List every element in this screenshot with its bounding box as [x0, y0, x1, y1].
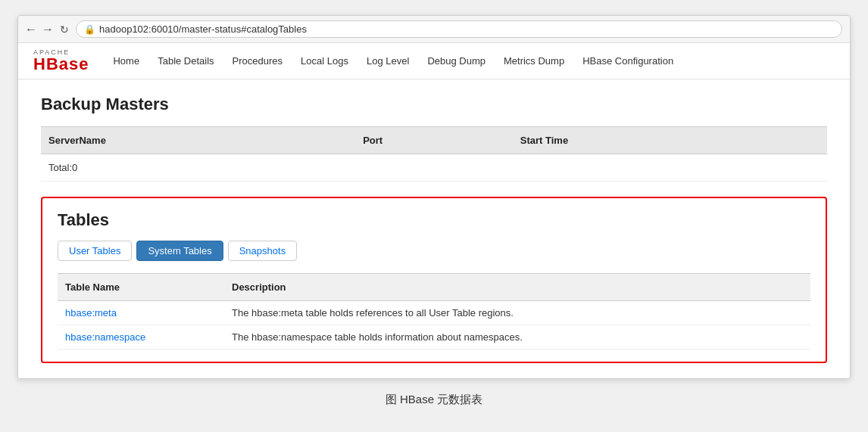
nav-home[interactable]: Home [104, 45, 148, 77]
table-desc-namespace: The hbase:namespace table holds informat… [224, 327, 810, 347]
col-start-time: Start Time [513, 132, 827, 149]
nav-procedures[interactable]: Procedures [223, 45, 292, 77]
lock-icon: 🔒 [84, 24, 95, 35]
logo: APACHE HBase [33, 43, 89, 79]
nav-local-logs[interactable]: Local Logs [292, 45, 358, 77]
table-name-meta: hbase:meta [58, 303, 224, 323]
url-text: hadoop102:60010/master-status#catalogTab… [99, 23, 307, 35]
tables-section: Tables User Tables System Tables Snapsho… [41, 197, 827, 363]
back-button[interactable]: ← [26, 24, 36, 35]
backup-masters-header: ServerName Port Start Time [41, 126, 827, 154]
table-desc-meta: The hbase:meta table holds references to… [224, 303, 810, 323]
nav-log-level[interactable]: Log Level [358, 45, 418, 77]
browser-toolbar: ← → ↻ 🔒 hadoop102:60010/master-status#ca… [18, 16, 850, 43]
backup-masters-section: Backup Masters ServerName Port Start Tim… [41, 95, 827, 182]
col-table-name: Table Name [58, 278, 224, 296]
nav-metrics-dump[interactable]: Metrics Dump [495, 45, 573, 77]
backup-masters-title: Backup Masters [41, 95, 827, 114]
col-port: Port [355, 132, 513, 149]
nav-debug-dump[interactable]: Debug Dump [418, 45, 495, 77]
table-name-namespace: hbase:namespace [58, 327, 224, 347]
col-description: Description [224, 278, 810, 296]
backup-masters-start-empty [513, 159, 827, 176]
tab-system-tables[interactable]: System Tables [136, 241, 223, 261]
table-row: hbase:meta The hbase:meta table holds re… [58, 301, 810, 325]
tab-user-tables[interactable]: User Tables [58, 241, 132, 261]
logo-hbase: HBase [33, 56, 89, 73]
nav-hbase-configuration[interactable]: HBase Configuration [573, 45, 682, 77]
forward-button[interactable]: → [42, 24, 53, 35]
table-link-namespace[interactable]: hbase:namespace [65, 331, 145, 343]
address-bar[interactable]: 🔒 hadoop102:60010/master-status#catalogT… [76, 20, 842, 38]
page-caption: 图 HBase 元数据表 [386, 393, 482, 407]
refresh-button[interactable]: ↻ [59, 24, 70, 35]
backup-masters-total-row: Total:0 [41, 154, 827, 182]
system-tables-header: Table Name Description [58, 273, 810, 301]
nav-table-details[interactable]: Table Details [148, 45, 223, 77]
backup-masters-port-empty [355, 159, 513, 176]
nav-bar: APACHE HBase Home Table Details Procedur… [18, 43, 850, 79]
tables-title: Tables [58, 210, 810, 230]
col-server-name: ServerName [41, 132, 355, 149]
table-link-meta[interactable]: hbase:meta [65, 307, 117, 319]
backup-masters-total: Total:0 [41, 159, 355, 176]
page-content: Backup Masters ServerName Port Start Tim… [18, 79, 850, 378]
table-row: hbase:namespace The hbase:namespace tabl… [58, 325, 810, 350]
tables-tabs: User Tables System Tables Snapshots [58, 241, 810, 261]
browser-window: ← → ↻ 🔒 hadoop102:60010/master-status#ca… [17, 15, 851, 379]
tab-snapshots[interactable]: Snapshots [228, 241, 297, 261]
